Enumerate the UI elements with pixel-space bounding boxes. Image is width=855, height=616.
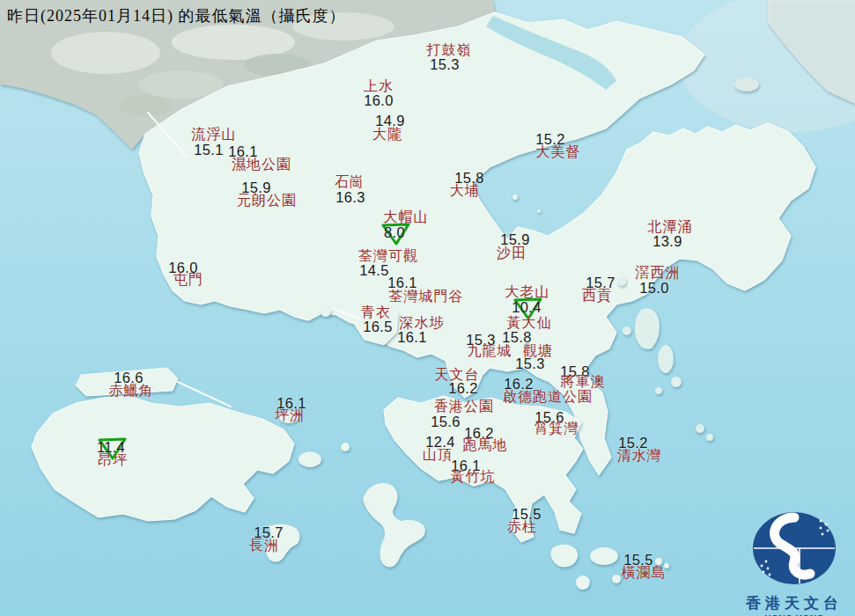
station-name: 深水埗 (400, 314, 445, 333)
station-name: 黃竹坑 (451, 468, 496, 487)
station-name: 青衣 (361, 304, 391, 322)
stations-layer: 15.3打鼓嶺16.0上水14.9大隴15.1流浮山16.1濕地公園15.2大美… (0, 0, 855, 616)
station-name: 觀塘 (523, 342, 553, 361)
station-name: 橫瀾島 (622, 564, 667, 583)
station-name: 滘西洲 (636, 264, 681, 282)
station-name: 打鼓嶺 (427, 41, 472, 60)
station-name: 石崗 (335, 173, 365, 192)
station-name: 九龍城 (468, 342, 512, 361)
station-name: 流浮山 (192, 126, 237, 144)
station-name: 元朗公園 (237, 192, 297, 210)
station-name: 濕地公園 (232, 156, 291, 174)
station-name: 赤鱲角 (109, 382, 154, 400)
station-name: 大帽山 (384, 209, 429, 227)
station-name: 坪洲 (275, 407, 305, 425)
hko-logo: 香港天文台 HONG KONG OBSERVATORY (736, 507, 852, 614)
station-name: 黃大仙 (507, 314, 552, 333)
station-name: 長洲 (249, 537, 279, 555)
station-name: 大埔 (450, 182, 480, 201)
station-name: 沙田 (497, 245, 527, 263)
station-name: 荃灣城門谷 (389, 288, 464, 306)
station-name: 清水灣 (617, 447, 662, 466)
station-name: 昂坪 (98, 451, 128, 470)
station-name: 屯門 (173, 271, 203, 290)
station-name: 大老山 (505, 283, 550, 302)
station-name: 跑馬地 (463, 436, 508, 455)
station-name: 荃灣可觀 (358, 247, 418, 266)
hko-logo-icon (736, 507, 852, 588)
station-name: 山頂 (423, 446, 453, 465)
station-name: 啟德跑道公園 (503, 388, 593, 407)
station-name: 赤柱 (507, 518, 537, 537)
station-name: 上水 (364, 77, 394, 96)
station-name: 天文台 (435, 366, 480, 385)
station-name: 香港公園 (434, 398, 494, 416)
station-name: 筲箕灣 (534, 420, 579, 438)
station-name: 西貢 (582, 287, 612, 305)
hko-logo-chinese: 香港天文台 (736, 593, 852, 613)
station-name: 北潭涌 (648, 218, 693, 237)
weather-map: 昨日(2025年01月14日) 的最低氣溫（攝氏度） 15.3打鼓嶺16.0上水… (0, 0, 855, 616)
station-name: 大隴 (372, 126, 402, 144)
station-name: 大美督 (536, 143, 581, 162)
